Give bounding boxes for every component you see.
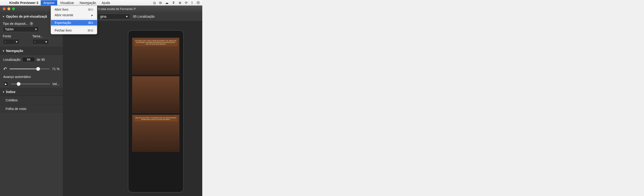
cc-icon[interactable]: ◎ bbox=[153, 1, 156, 5]
device-type-label: Tipo de disposit... bbox=[3, 22, 28, 25]
shortcut-text: ⌘X bbox=[88, 21, 93, 25]
speed-slider[interactable] bbox=[11, 84, 50, 85]
options-side-panel: Tipo de disposit... ? Tablet ▾ Fonte - ▾… bbox=[0, 21, 63, 196]
preview-toolbar: ▼ Opções de pré-visualizaçã gina ▾ 95 Lo… bbox=[0, 12, 202, 21]
page-select[interactable]: gina ▾ bbox=[98, 14, 130, 19]
menu-open-recent[interactable]: Abrir recente ▶ bbox=[51, 12, 97, 18]
kindle-previewer-window: Kindle Previewer 3 Arquivo Visualizar Na… bbox=[0, 0, 202, 196]
page-caption: POR ISSO, DIGO, COM O GENE DE ALBERTO, S… bbox=[134, 39, 178, 46]
page-image: TEM SÓ DUAS DATAS - A DA MINHA NA E A DA… bbox=[132, 115, 180, 152]
tablet-frame: POR ISSO, DIGO, COM O GENE DE ALBERTO, S… bbox=[128, 30, 184, 193]
disclosure-triangle-icon: ▼ bbox=[2, 50, 5, 52]
app-name[interactable]: Kindle Previewer 3 bbox=[7, 1, 41, 5]
menu-export[interactable]: Exportação ⌘X bbox=[51, 20, 97, 25]
auto-advance-label: Avanço automático bbox=[0, 74, 63, 80]
page-image: POR ISSO, DIGO, COM O GENE DE ALBERTO, S… bbox=[132, 38, 180, 75]
menu-visualizar[interactable]: Visualizar bbox=[57, 0, 77, 5]
zoom-window-button[interactable] bbox=[12, 7, 15, 10]
font-select[interactable]: - ▾ bbox=[3, 39, 20, 45]
location-input[interactable] bbox=[22, 57, 35, 62]
index-section-header[interactable]: ▼ Índice bbox=[0, 88, 63, 96]
location-label: Localização bbox=[3, 58, 20, 61]
dropbox-icon[interactable]: ⧉ bbox=[159, 1, 162, 5]
disclosure-triangle-icon: ▼ bbox=[2, 15, 5, 18]
page-select-label: gina bbox=[100, 15, 106, 18]
toc-item-folha[interactable]: Folha de rosto bbox=[0, 104, 63, 113]
cloud-icon[interactable]: ☁ bbox=[165, 1, 168, 5]
traffic-lights bbox=[0, 7, 18, 10]
menubar-status-icons: ◎ ⧉ ☁ 🎙 ⊕ ⟳ ᛒ ⦿ bbox=[153, 1, 202, 5]
menu-open-book-label: Abrir livro bbox=[55, 8, 68, 11]
accessibility-icon[interactable]: ⊕ bbox=[178, 1, 182, 5]
options-panel-title: Opções de pré-visualizaçã bbox=[6, 15, 47, 18]
speed-label: Vel... bbox=[52, 82, 60, 86]
arquivo-dropdown-menu: Abrir livro ⌘O Abrir recente ▶ Exportaçã… bbox=[51, 5, 97, 34]
slider-thumb[interactable] bbox=[36, 67, 40, 71]
shortcut-text: ⌘W bbox=[88, 29, 93, 32]
menu-separator bbox=[51, 26, 97, 27]
dropdown-arrow-icon: ▾ bbox=[16, 40, 18, 44]
minimize-window-button[interactable] bbox=[8, 7, 10, 10]
mic-icon[interactable]: 🎙 bbox=[172, 1, 175, 5]
help-icon[interactable]: ? bbox=[30, 22, 33, 25]
bluetooth-icon[interactable]: ᛒ bbox=[191, 1, 193, 5]
location-indicator: 95 Localização bbox=[133, 15, 154, 18]
sync-icon[interactable]: ⟳ bbox=[185, 1, 188, 5]
menu-close-book[interactable]: Fechar livro ⌘W bbox=[51, 28, 97, 33]
shortcut-text: ⌘O bbox=[88, 8, 93, 11]
menu-close-book-label: Fechar livro bbox=[55, 28, 72, 32]
page-image bbox=[132, 76, 180, 113]
device-type-select[interactable]: Tablet ▾ bbox=[3, 26, 39, 32]
menu-open-book[interactable]: Abrir livro ⌘O bbox=[51, 7, 97, 12]
zoom-slider[interactable] bbox=[10, 68, 50, 69]
undo-icon[interactable]: ↶ bbox=[3, 66, 7, 72]
dropdown-arrow-icon: ▾ bbox=[126, 15, 128, 18]
navigation-section-header[interactable]: ▼ Navegação bbox=[0, 47, 63, 55]
font-value: - bbox=[5, 40, 6, 44]
page-caption: TEM SÓ DUAS DATAS - A DA MINHA NA E A DA… bbox=[134, 116, 178, 121]
window-title: Kindle Previewer - A vida oculta de Fern… bbox=[18, 7, 202, 11]
menu-ajuda[interactable]: Ajuda bbox=[99, 0, 113, 5]
close-window-button[interactable] bbox=[3, 7, 6, 10]
menu-export-label: Exportação bbox=[55, 21, 71, 25]
size-value: - bbox=[34, 40, 36, 44]
navigation-header-label: Navegação bbox=[6, 49, 23, 53]
submenu-arrow-icon: ▶ bbox=[91, 14, 93, 16]
toc-item-creditos[interactable]: Créditos bbox=[0, 96, 63, 104]
index-header-label: Índice bbox=[6, 90, 15, 94]
menu-arquivo[interactable]: Arquivo bbox=[41, 0, 57, 5]
device-type-value: Tablet bbox=[5, 27, 14, 31]
play-button[interactable]: ▶ bbox=[3, 81, 8, 87]
wifi-icon[interactable]: ⦿ bbox=[196, 1, 200, 5]
menu-navegacao[interactable]: Navegação bbox=[77, 0, 99, 5]
dropdown-arrow-icon: ▾ bbox=[45, 40, 47, 44]
dropdown-arrow-icon: ▾ bbox=[35, 27, 37, 31]
zoom-percent: 71 % bbox=[52, 67, 60, 71]
size-select[interactable]: - ▾ bbox=[32, 39, 49, 45]
slider-thumb[interactable] bbox=[17, 82, 20, 86]
menu-separator bbox=[51, 19, 97, 19]
location-total: de 95 bbox=[37, 58, 45, 61]
window-titlebar: Kindle Previewer - A vida oculta de Fern… bbox=[0, 5, 202, 12]
macos-menubar: Kindle Previewer 3 Arquivo Visualizar Na… bbox=[0, 0, 202, 5]
book-preview-area: POR ISSO, DIGO, COM O GENE DE ALBERTO, S… bbox=[63, 21, 202, 196]
menu-open-recent-label: Abrir recente bbox=[55, 13, 73, 17]
font-label: Fonte bbox=[3, 34, 11, 38]
size-label: Tama... bbox=[32, 34, 43, 38]
options-panel-header[interactable]: ▼ Opções de pré-visualizaçã bbox=[0, 15, 51, 18]
disclosure-triangle-icon: ▼ bbox=[2, 91, 5, 93]
